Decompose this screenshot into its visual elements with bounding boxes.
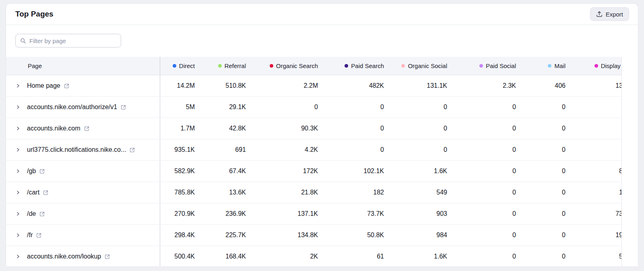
table-row: accounts.nike.com/lookup500.4K168.4K2K61… [6,246,622,266]
page-label[interactable]: /gb [27,168,36,175]
table-row: /gb582.9K67.4K172K102.1K1.6K008.6K [6,161,622,182]
value-cell-referral: 691 [195,139,246,160]
expand-chevron-icon[interactable] [16,169,22,174]
value-cell-paid-search: 61 [318,246,384,266]
value-cell-paid-social: 0 [447,246,516,266]
value-cell-paid-social: 0 [447,97,516,118]
value-cell-referral: 13.6K [195,182,246,203]
external-link-icon[interactable] [39,211,45,217]
value-cell-organic-search: 90.3K [246,118,318,139]
value-cell-referral: 510.8K [195,75,246,96]
table-row: Home page14.2M510.8K2.2M482K131.1K2.3K40… [6,75,622,97]
value-cell-referral: 168.4K [195,246,246,266]
value-cell-direct: 1.7M [160,118,195,139]
value-cell-paid-social: 2.3K [447,75,516,96]
export-button-label: Export [606,11,623,18]
value-cell-paid-search: 482K [318,75,384,96]
value-cell-direct: 582.9K [160,161,195,182]
value-cell-mail: 0 [516,246,566,266]
value-cell-paid-social: 0 [447,161,516,182]
value-cell-direct: 785.8K [160,182,195,203]
value-cell-organic-search: 2.2M [246,75,318,96]
expand-chevron-icon[interactable] [16,83,22,88]
table-row: /de270.9K236.9K137.1K73.7K9030073.1K [6,203,622,225]
external-link-icon[interactable] [64,83,69,89]
table-body: Home page14.2M510.8K2.2M482K131.1K2.3K40… [6,75,622,266]
expand-chevron-icon[interactable] [16,147,22,152]
organic-social-dot-icon [401,64,405,68]
page-label[interactable]: /fr [27,232,33,239]
page-label[interactable]: /de [27,210,36,217]
value-cell-paid-search: 0 [318,97,384,118]
column-header-label: Organic Search [276,62,318,69]
expand-chevron-icon[interactable] [16,254,22,259]
page-cell: accounts.nike.com/lookup [6,246,160,266]
export-button[interactable]: Export [590,7,629,21]
expand-chevron-icon[interactable] [16,211,22,216]
external-link-icon[interactable] [105,254,110,259]
value-cell-direct: 298.4K [160,225,195,246]
display-ads-dot-icon [594,64,598,68]
column-header-label: Mail [554,62,566,69]
page-label[interactable]: url3775.click.notifications.nike.co... [27,146,126,153]
value-cell-organic-social: 1.6K [384,246,447,266]
value-cell-referral: 67.4K [195,161,246,182]
table-viewport[interactable]: Page DirectReferralOrganic SearchPaid Se… [6,57,622,266]
expand-chevron-icon[interactable] [16,105,22,110]
value-cell-organic-search: 21.8K [246,182,318,203]
value-cell-referral: 225.7K [195,225,246,246]
filter-field[interactable] [15,34,121,48]
value-cell-paid-search: 0 [318,139,384,160]
value-cell-paid-social: 0 [447,139,516,160]
organic-search-dot-icon [270,64,273,68]
mail-dot-icon [548,64,551,68]
value-cell-organic-social: 0 [384,97,447,118]
page-label[interactable]: accounts.nike.com/lookup [27,253,101,260]
value-cell-referral: 236.9K [195,203,246,224]
value-cell-display-ads: 0 [566,118,622,139]
page-cell: /cart [6,182,160,203]
expand-chevron-icon[interactable] [16,126,22,131]
column-header-label: Organic Social [408,62,447,69]
vertical-scrollbar-track[interactable] [622,57,638,266]
external-link-icon[interactable] [43,190,48,195]
value-cell-organic-social: 131.1K [384,75,447,96]
value-cell-display-ads: 8.6K [566,161,622,182]
table-row: accounts.nike.com1.7M42.8K90.3K00000 [6,118,622,139]
external-link-icon[interactable] [36,233,41,238]
value-cell-direct: 935.1K [160,139,195,160]
external-link-icon[interactable] [39,169,45,174]
filter-input[interactable] [29,37,116,44]
paid-search-dot-icon [345,64,348,68]
external-link-icon[interactable] [121,105,126,110]
value-cell-organic-social: 549 [384,182,447,203]
expand-chevron-icon[interactable] [16,190,22,195]
page-title: Top Pages [15,10,54,19]
search-icon [20,38,26,44]
external-link-icon[interactable] [130,147,135,153]
value-cell-paid-search: 182 [318,182,384,203]
page-label[interactable]: accounts.nike.com/authorize/v1 [27,103,117,111]
value-cell-mail: 0 [516,182,566,203]
table-row: accounts.nike.com/authorize/v15M29.1K000… [6,97,622,118]
value-cell-display-ads: 0 [566,139,622,160]
value-cell-organic-search: 134.8K [246,225,318,246]
value-cell-paid-social: 0 [447,225,516,246]
column-header-label: Referral [225,62,246,69]
page-label[interactable]: accounts.nike.com [27,125,80,132]
column-header-organic-social: Organic Social [384,57,447,75]
column-header-organic-search: Organic Search [246,57,318,75]
page-label[interactable]: /cart [27,189,39,196]
value-cell-display-ads: 13.1K [566,75,622,96]
external-link-icon[interactable] [84,126,89,131]
column-header-label: Display Ads [601,62,622,69]
top-pages-table: Page DirectReferralOrganic SearchPaid Se… [6,57,622,266]
page-label[interactable]: Home page [27,82,60,89]
value-cell-organic-social: 984 [384,225,447,246]
value-cell-referral: 29.1K [195,97,246,118]
value-cell-paid-search: 73.7K [318,203,384,224]
value-cell-direct: 500.4K [160,246,195,266]
page-cell: /gb [6,161,160,182]
column-header-direct: Direct [160,57,195,75]
expand-chevron-icon[interactable] [16,233,22,238]
